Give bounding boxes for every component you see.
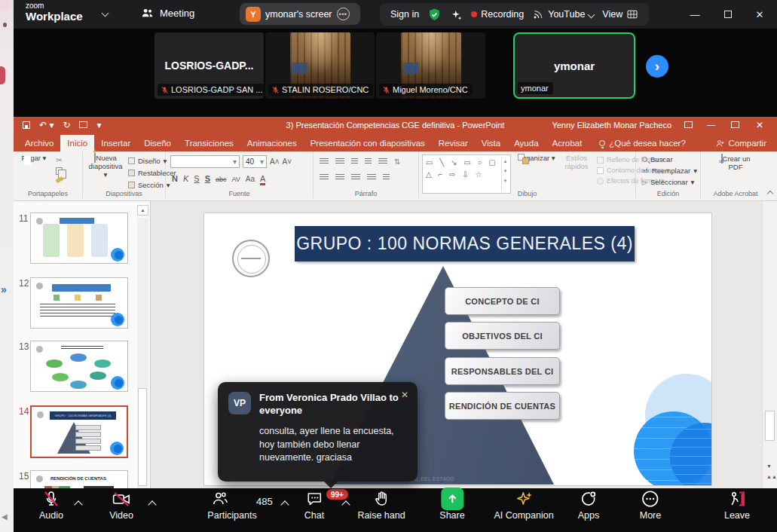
underline-button[interactable]: S — [194, 174, 199, 183]
tab-insertar[interactable]: Insertar — [94, 135, 137, 151]
tab-acrobat[interactable]: Acrobat — [546, 135, 589, 151]
ppt-close-button[interactable]: ✕ — [756, 120, 763, 130]
ppt-minimize-button[interactable]: — — [707, 120, 715, 129]
video-options-chevron[interactable] — [148, 500, 156, 509]
tab-vista[interactable]: Vista — [475, 135, 507, 151]
columns-icon[interactable] — [383, 174, 390, 181]
previous-slide-icon[interactable]: ▲▲ — [766, 474, 777, 479]
participant-tile[interactable]: STALIN ROSERO/CNC — [265, 32, 375, 99]
slideshow-icon[interactable] — [79, 120, 87, 130]
increase-indent-icon[interactable] — [365, 158, 372, 165]
thumbnails-scrollbar-thumb[interactable] — [138, 388, 147, 486]
tab-archivo[interactable]: Archivo — [18, 135, 60, 151]
next-participants-page-button[interactable]: › — [646, 55, 668, 78]
slide-thumbnail-12[interactable] — [30, 277, 128, 329]
thumbnails-scrollbar[interactable] — [137, 218, 148, 488]
tab-ayuda[interactable]: Ayuda — [507, 135, 545, 151]
apps-button[interactable]: Apps — [578, 488, 600, 521]
slide-thumbnail-14-selected[interactable]: GRUPO : 100 NORMAS GENERALES (4) — [30, 405, 128, 458]
scrollbar-thumb[interactable] — [765, 411, 775, 441]
scroll-down-icon[interactable]: ▼ — [766, 463, 772, 469]
qat-customize-icon[interactable]: ▾ — [96, 120, 101, 130]
close-icon[interactable]: ✕ — [401, 390, 408, 400]
sign-in-button[interactable]: Sign in — [390, 9, 419, 20]
save-icon[interactable] — [23, 121, 30, 129]
collapse-ribbon-button[interactable] — [768, 189, 772, 197]
align-left-icon[interactable] — [320, 174, 329, 181]
italic-button[interactable]: K — [183, 174, 188, 183]
shapes-gallery-scrollbar[interactable]: ▲▼▼ — [501, 157, 509, 191]
tab-shared-screen[interactable]: Y ymonar's screer ••• — [240, 3, 360, 25]
leave-button[interactable]: Leave — [724, 488, 750, 521]
cut-icon[interactable]: ✂ — [56, 156, 63, 164]
slide-thumbnail-11[interactable] — [30, 212, 128, 264]
text-shadow-button[interactable]: S — [205, 174, 210, 183]
back-arrow-icon[interactable]: ◀ — [2, 512, 8, 521]
recording-indicator[interactable]: Recording — [471, 9, 524, 20]
view-control[interactable]: View — [602, 8, 638, 20]
copy-icon[interactable] — [56, 167, 63, 175]
find-button[interactable]: Buscar — [642, 155, 697, 164]
font-size-combobox[interactable]: 40▾ — [243, 155, 267, 168]
select-button[interactable]: ▷Seleccionar ▾ — [642, 178, 697, 186]
ppt-restore-button[interactable] — [731, 121, 739, 130]
decrease-indent-icon[interactable] — [351, 158, 358, 165]
participant-tile[interactable]: LOSRIOS-GADP... LOSRIOS-GADP SAN ... — [154, 32, 264, 99]
tab-animaciones[interactable]: Animaciones — [240, 135, 304, 151]
new-slide-button[interactable]: Nueva diapositiva ▾ — [86, 154, 125, 179]
grow-font-icon[interactable]: A˄ — [270, 157, 280, 166]
numbering-icon[interactable] — [335, 158, 344, 165]
font-color-button[interactable]: A — [260, 174, 265, 185]
raise-hand-button[interactable]: Raise hand — [357, 488, 405, 521]
character-spacing-button[interactable]: AV — [232, 176, 240, 183]
tab-revisar[interactable]: Revisar — [432, 135, 475, 151]
tab-transiciones[interactable]: Transiciones — [178, 135, 240, 151]
tab-presentacion[interactable]: Presentación con diapositivas — [304, 135, 432, 151]
slide-area-scrollbar[interactable]: ▼ ▲▲ — [762, 201, 777, 488]
tab-diseno[interactable]: Diseño — [137, 135, 178, 151]
window-minimize-button[interactable]: — — [682, 0, 708, 29]
chat-notification-popup[interactable]: VP From Veronica Prado Villao to everyon… — [218, 382, 418, 482]
participant-tile[interactable]: Miguel Moreno/CNC — [376, 32, 485, 99]
more-options-icon[interactable]: ••• — [337, 8, 350, 20]
slide-thumbnail-15[interactable]: RENDICIÓN DE CUENTAS — [30, 470, 128, 488]
change-case-button[interactable]: Aa — [246, 175, 255, 183]
more-button[interactable]: More — [640, 488, 661, 521]
create-pdf-button[interactable]: Crear un PDF — [714, 154, 757, 172]
tab-meeting[interactable]: Meeting — [140, 6, 194, 20]
window-close-button[interactable]: ✕ — [747, 0, 772, 29]
expand-pane-chevron-icon[interactable]: » — [1, 283, 7, 295]
chat-options-chevron[interactable] — [341, 500, 350, 509]
strikethrough-button[interactable]: abc — [216, 176, 227, 183]
participants-options-chevron[interactable] — [280, 500, 289, 509]
thumbnails-scroll-up-button[interactable]: ▲ — [137, 205, 148, 216]
shapes-gallery[interactable]: ▭ ╲ ↘ ▭ ○ ▢ △ ⌐ ⇨ ⇩ ☆ ▲▼▼ — [422, 154, 511, 194]
ai-sparkle-icon[interactable] — [450, 8, 463, 21]
audio-options-chevron[interactable] — [74, 500, 82, 509]
text-direction-icon[interactable]: ⇅ — [394, 157, 400, 166]
font-name-combobox[interactable]: ▾ — [170, 155, 240, 168]
arrange-button[interactable]: Organizar ▾ — [517, 154, 556, 163]
ribbon-display-options-icon[interactable] — [684, 121, 693, 130]
chevron-down-icon[interactable] — [102, 10, 109, 17]
youtube-stream-control[interactable]: YouTube — [532, 8, 594, 20]
replace-button[interactable]: abReemplazar ▾ — [642, 167, 697, 175]
bold-button[interactable]: N — [172, 174, 178, 183]
video-button[interactable]: Video — [109, 488, 133, 521]
redo-icon[interactable]: ↻ — [63, 120, 70, 130]
undo-icon[interactable]: ↶ ▾ — [39, 120, 54, 130]
align-right-icon[interactable] — [351, 174, 360, 181]
share-screen-button[interactable]: Share — [439, 488, 464, 521]
line-spacing-icon[interactable] — [378, 158, 387, 165]
participants-button[interactable]: Participants — [207, 488, 256, 521]
chat-button[interactable]: Chat — [304, 488, 324, 521]
bullets-icon[interactable] — [320, 158, 329, 165]
ai-companion-button[interactable]: AI Companion — [494, 488, 553, 521]
security-shield-icon[interactable] — [427, 8, 442, 22]
align-center-icon[interactable] — [335, 174, 344, 181]
tell-me-search[interactable]: ¿Qué desea hacer? — [599, 135, 686, 151]
justify-icon[interactable] — [367, 174, 376, 181]
quick-styles-button[interactable]: Estilos rápidos — [559, 154, 594, 171]
audio-button[interactable]: Audio — [39, 488, 63, 521]
shrink-font-icon[interactable]: A˅ — [283, 157, 292, 166]
